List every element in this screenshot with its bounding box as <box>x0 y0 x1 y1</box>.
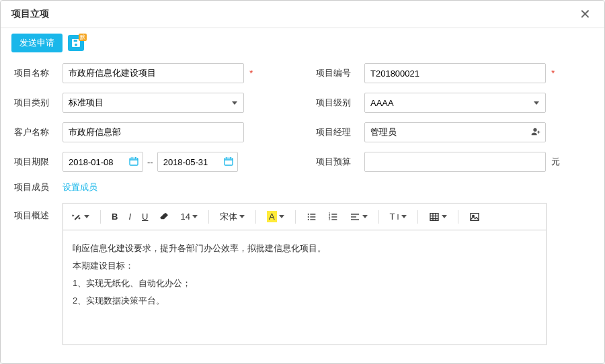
chevron-down-icon <box>84 215 89 218</box>
list-ol-icon: 123 <box>328 212 339 222</box>
label-manager: 项目经理 <box>316 126 364 138</box>
manager-picker[interactable] <box>364 122 546 142</box>
save-icon-button[interactable]: 默 <box>68 35 84 51</box>
font-size-value: 14 <box>180 212 190 222</box>
toolbar: 发送申请 默 <box>1 28 604 60</box>
svg-point-3 <box>307 216 309 218</box>
svg-rect-15 <box>351 216 356 217</box>
chevron-down-icon <box>442 215 447 218</box>
svg-rect-11 <box>331 214 337 214</box>
text-color-button[interactable]: A <box>267 211 284 222</box>
eraser-button[interactable] <box>159 212 169 222</box>
required-mark: * <box>249 68 253 79</box>
svg-rect-5 <box>310 214 315 214</box>
label-budget: 项目预算 <box>316 156 364 168</box>
editor-content[interactable]: 响应信息化建设要求，提升各部门办公效率，拟批建信息化项目。 本期建设目标： 1、… <box>63 230 546 345</box>
editor-line: 响应信息化建设要求，提升各部门办公效率，拟批建信息化项目。 <box>73 240 536 257</box>
modal-title: 项目立项 <box>11 8 49 20</box>
project-cat-value[interactable] <box>63 93 244 113</box>
chevron-down-icon <box>279 215 284 218</box>
label-project-level: 项目级别 <box>316 97 364 109</box>
editor-toolbar: B I U 14 宋体 <box>63 203 546 230</box>
text-style-button[interactable]: TI <box>390 212 407 222</box>
label-members: 项目成员 <box>14 181 63 193</box>
separator <box>255 210 256 224</box>
separator <box>100 210 101 224</box>
set-members-link[interactable]: 设置成员 <box>63 181 97 193</box>
table-icon <box>429 212 440 222</box>
list-ul-icon <box>307 212 317 222</box>
group-budget: 项目预算 元 <box>316 152 591 172</box>
table-button[interactable] <box>429 212 447 222</box>
budget-unit: 元 <box>551 156 560 168</box>
svg-rect-17 <box>430 213 438 220</box>
italic-button[interactable]: I <box>128 212 131 222</box>
modal: 项目立项 ✕ 发送申请 默 项目名称 * 项目编号 * 项目类别 <box>0 0 605 364</box>
row-customer-manager: 客户名称 项目经理 <box>14 122 591 142</box>
form-body: 项目名称 * 项目编号 * 项目类别 项目级别 <box>1 60 604 363</box>
chevron-down-icon <box>192 215 198 218</box>
send-button[interactable]: 发送申请 <box>11 34 63 52</box>
label-project-name: 项目名称 <box>14 67 63 79</box>
project-name-input[interactable] <box>63 63 244 83</box>
align-button[interactable] <box>350 212 368 222</box>
font-family-value: 宋体 <box>220 211 237 223</box>
row-period-budget: 项目期限 -- 项目预算 元 <box>14 152 591 172</box>
font-size-picker[interactable]: 14 <box>180 212 197 222</box>
separator <box>458 210 458 224</box>
bold-button[interactable]: B <box>112 212 118 222</box>
row-cat-level: 项目类别 项目级别 <box>14 93 591 113</box>
customer-input[interactable] <box>63 122 244 142</box>
image-icon <box>469 212 480 222</box>
group-period: 项目期限 -- <box>14 152 289 172</box>
add-person-icon[interactable] <box>530 126 540 139</box>
row-members: 项目成员 设置成员 <box>14 181 591 193</box>
separator <box>378 210 379 224</box>
chevron-down-icon <box>401 215 407 218</box>
label-desc: 项目概述 <box>14 210 63 222</box>
project-level-value[interactable] <box>364 93 546 113</box>
date-to-input[interactable] <box>157 152 238 172</box>
group-customer: 客户名称 <box>14 122 289 142</box>
separator <box>417 210 418 224</box>
date-from-wrap[interactable] <box>63 152 143 172</box>
svg-rect-16 <box>351 219 359 220</box>
separator <box>295 210 296 224</box>
editor-line: 本期建设目标： <box>73 257 536 275</box>
row-name-no: 项目名称 * 项目编号 * <box>14 63 591 83</box>
separator <box>208 210 209 224</box>
magic-tool[interactable] <box>71 212 89 222</box>
group-project-no: 项目编号 * <box>316 63 591 83</box>
close-button[interactable]: ✕ <box>577 7 594 21</box>
svg-point-4 <box>307 219 309 220</box>
date-from-input[interactable] <box>63 152 143 172</box>
group-manager: 项目经理 <box>316 122 591 142</box>
magic-wand-icon <box>71 212 82 222</box>
chevron-down-icon <box>362 215 368 218</box>
eraser-icon <box>159 212 169 222</box>
project-no-input[interactable] <box>364 63 546 83</box>
label-project-cat: 项目类别 <box>14 97 63 109</box>
svg-rect-13 <box>331 219 337 220</box>
svg-rect-12 <box>331 216 337 217</box>
modal-header: 项目立项 ✕ <box>1 1 604 28</box>
group-project-cat: 项目类别 <box>14 93 289 113</box>
underline-button[interactable]: U <box>142 212 148 222</box>
label-period: 项目期限 <box>14 156 63 168</box>
rich-editor: B I U 14 宋体 <box>63 203 547 345</box>
image-button[interactable] <box>469 212 480 222</box>
project-level-select[interactable] <box>364 93 546 113</box>
editor-line: 2、实现数据决策平台。 <box>73 292 536 310</box>
budget-input[interactable] <box>364 152 546 172</box>
ordered-list-button[interactable]: 123 <box>328 212 339 222</box>
svg-point-2 <box>307 214 309 215</box>
label-customer: 客户名称 <box>14 126 63 138</box>
group-project-level: 项目级别 <box>316 93 591 113</box>
date-to-wrap[interactable] <box>157 152 238 172</box>
project-cat-select[interactable] <box>63 93 244 113</box>
svg-text:3: 3 <box>328 218 330 221</box>
t-label: T <box>390 212 395 222</box>
unordered-list-button[interactable] <box>307 212 317 222</box>
manager-input[interactable] <box>364 122 546 142</box>
font-family-picker[interactable]: 宋体 <box>220 211 245 223</box>
